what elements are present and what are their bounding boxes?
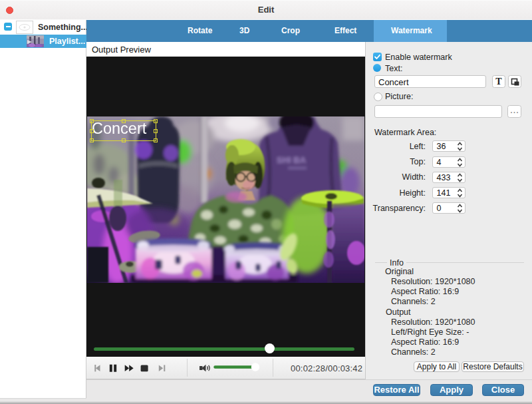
svg-text:SHI BA: SHI BA (277, 155, 307, 165)
